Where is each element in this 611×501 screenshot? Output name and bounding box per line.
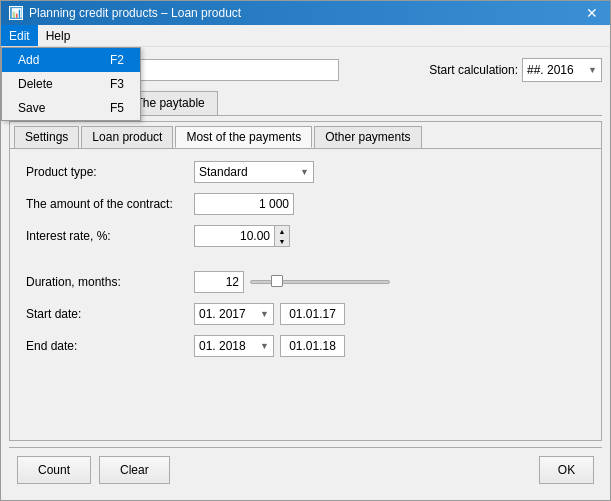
duration-slider[interactable] [250, 280, 390, 284]
product-type-arrow-icon: ▼ [300, 167, 309, 177]
title-bar: 📊 Planning credit products – Loan produc… [1, 1, 610, 25]
menu-save[interactable]: Save F5 [2, 96, 140, 120]
end-date-arrow-icon: ▼ [260, 341, 269, 351]
app-icon: 📊 [9, 6, 23, 20]
inner-panel: Settings Loan product Most of the paymen… [9, 121, 602, 441]
form-area: Product type: Standard ▼ The amount of t… [10, 149, 601, 440]
bottom-left-buttons: Count Clear [17, 456, 170, 484]
menu-edit[interactable]: Edit [1, 25, 38, 46]
start-date-row: Start date: 01. 2017 ▼ 01.01.17 [26, 303, 585, 325]
window-title: Planning credit products – Loan product [29, 6, 241, 20]
interest-rate-down-button[interactable]: ▼ [275, 236, 289, 246]
interest-rate-up-button[interactable]: ▲ [275, 226, 289, 236]
product-type-label: Product type: [26, 165, 186, 179]
ok-button[interactable]: OK [539, 456, 594, 484]
start-calc-section: Start calculation: ##. 2016 ▼ [429, 58, 602, 82]
count-button[interactable]: Count [17, 456, 91, 484]
tabs-row2: Settings Loan product Most of the paymen… [10, 122, 601, 149]
start-date-label: Start date: [26, 307, 186, 321]
tab-most-payments[interactable]: Most of the payments [175, 126, 312, 148]
start-calc-arrow-icon: ▼ [588, 65, 597, 75]
start-date-arrow-icon: ▼ [260, 309, 269, 319]
main-window: 📊 Planning credit products – Loan produc… [0, 0, 611, 501]
tab-loan-product[interactable]: Loan product [81, 126, 173, 148]
end-date-controls: 01. 2018 ▼ 01.01.18 [194, 335, 345, 357]
start-date-text: 01.01.17 [280, 303, 345, 325]
contract-amount-label: The amount of the contract: [26, 197, 186, 211]
start-date-controls: 01. 2017 ▼ 01.01.17 [194, 303, 345, 325]
end-date-text: 01.01.18 [280, 335, 345, 357]
menu-bar: Edit Help Add F2 Delete F3 Save F5 [1, 25, 610, 47]
interest-rate-spinner: ▲ ▼ [194, 225, 290, 247]
end-date-combo[interactable]: 01. 2018 ▼ [194, 335, 274, 357]
menu-add[interactable]: Add F2 [2, 48, 140, 72]
product-type-combo[interactable]: Standard ▼ [194, 161, 314, 183]
end-date-label: End date: [26, 339, 186, 353]
bottom-bar: Count Clear OK [9, 447, 602, 492]
tab-settings[interactable]: Settings [14, 126, 79, 148]
close-button[interactable]: ✕ [582, 3, 602, 23]
duration-slider-thumb[interactable] [271, 275, 283, 287]
tab-other-payments[interactable]: Other payments [314, 126, 421, 148]
interest-rate-spinbuttons: ▲ ▼ [274, 225, 290, 247]
title-bar-left: 📊 Planning credit products – Loan produc… [9, 6, 241, 20]
duration-controls [194, 271, 390, 293]
end-date-row: End date: 01. 2018 ▼ 01.01.18 [26, 335, 585, 357]
start-calc-label: Start calculation: [429, 63, 518, 77]
interest-rate-row: Interest rate, %: ▲ ▼ [26, 225, 585, 247]
duration-label: Duration, months: [26, 275, 186, 289]
menu-delete[interactable]: Delete F3 [2, 72, 140, 96]
start-date-combo[interactable]: 01. 2017 ▼ [194, 303, 274, 325]
edit-dropdown: Add F2 Delete F3 Save F5 [1, 47, 141, 121]
duration-row: Duration, months: [26, 271, 585, 293]
start-calc-combo[interactable]: ##. 2016 ▼ [522, 58, 602, 82]
interest-rate-input[interactable] [194, 225, 274, 247]
duration-input[interactable] [194, 271, 244, 293]
contract-amount-row: The amount of the contract: [26, 193, 585, 215]
product-type-row: Product type: Standard ▼ [26, 161, 585, 183]
menu-help[interactable]: Help [38, 25, 79, 46]
contract-amount-input[interactable] [194, 193, 294, 215]
clear-button[interactable]: Clear [99, 456, 170, 484]
interest-rate-label: Interest rate, %: [26, 229, 186, 243]
